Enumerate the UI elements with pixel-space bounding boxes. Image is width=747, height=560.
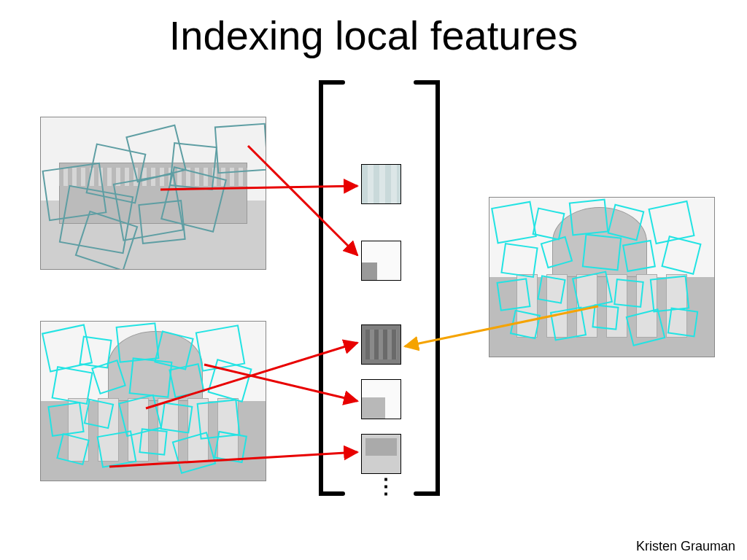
capitol-photo-right xyxy=(489,197,715,357)
feature-box-icon xyxy=(138,200,185,244)
feature-box-icon xyxy=(569,199,609,236)
feature-box-icon xyxy=(83,399,114,429)
feature-box-icon xyxy=(537,275,565,303)
feature-patch xyxy=(361,164,401,204)
feature-box-icon xyxy=(214,430,247,462)
feature-patch xyxy=(361,324,401,365)
feature-box-icon xyxy=(501,243,538,278)
feature-box-icon xyxy=(592,305,619,330)
capitol-photo-left xyxy=(40,321,266,481)
feature-box-icon xyxy=(614,279,645,308)
feature-box-icon xyxy=(622,240,656,272)
feature-box-icon xyxy=(52,366,93,405)
feature-box-icon xyxy=(510,310,541,340)
feature-box-icon xyxy=(115,323,159,363)
feature-box-icon xyxy=(582,234,622,271)
feature-patch xyxy=(361,241,401,281)
feature-box-icon xyxy=(572,271,613,309)
vdots-icon: ⋮ xyxy=(376,474,395,498)
feature-box-icon xyxy=(214,123,266,174)
feature-box-icon xyxy=(550,306,587,341)
feature-box-icon xyxy=(160,402,193,434)
attribution: Kristen Grauman xyxy=(636,539,735,554)
feature-box-icon xyxy=(48,402,85,437)
feature-box-icon xyxy=(497,279,531,311)
feature-box-icon xyxy=(491,201,537,244)
feature-box-icon xyxy=(97,430,137,468)
slide: Indexing local features xyxy=(0,0,747,560)
feature-box-icon xyxy=(649,276,689,313)
feature-box-icon xyxy=(169,363,204,398)
feature-box-icon xyxy=(129,358,173,398)
feature-patch xyxy=(361,379,401,419)
feature-vector: ⋮ xyxy=(314,77,445,499)
feature-box-icon xyxy=(667,307,699,337)
feature-box-icon xyxy=(139,428,167,456)
slide-title: Indexing local features xyxy=(0,12,747,59)
feature-patch xyxy=(361,434,401,474)
city-hall-photo xyxy=(40,117,266,270)
